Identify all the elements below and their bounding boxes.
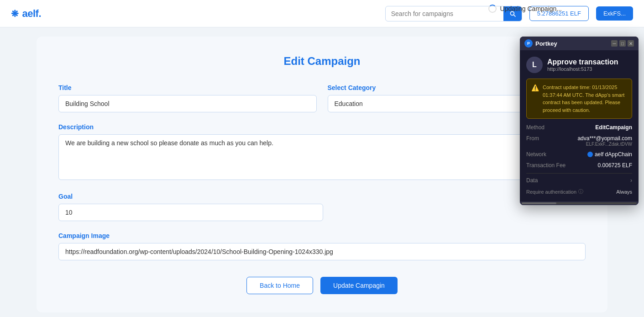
portkey-header-row: L Approve transaction http://localhost:5… <box>526 57 632 73</box>
description-label: Description <box>58 123 586 131</box>
logo: ❋ aelf. <box>11 8 41 20</box>
portkey-popup: P Portkey ─ □ ✕ L Approve transaction ht… <box>520 37 639 205</box>
form-actions: Back to Home Update Campagin <box>58 277 586 294</box>
portkey-fee-row: Transaction Fee 0.006725 ELF <box>526 162 632 169</box>
image-field-group: Campaign Image <box>58 232 586 260</box>
header: ❋ aelf. 5.27886251 ELF ExkFS... Updating… <box>0 0 644 27</box>
portkey-scrollbar-thumb <box>522 202 556 204</box>
title-field-group: Title <box>58 84 317 112</box>
portkey-scrollbar-area <box>520 201 639 205</box>
portkey-close-button[interactable]: ✕ <box>628 40 634 47</box>
portkey-auth-info-icon: ⓘ <box>578 188 583 195</box>
portkey-network-text: aelf dAppChain <box>595 151 632 158</box>
portkey-restore-button[interactable]: □ <box>619 40 626 47</box>
portkey-minimize-button[interactable]: ─ <box>611 40 618 47</box>
portkey-body: L Approve transaction http://localhost:5… <box>520 50 639 201</box>
title-label: Title <box>58 84 317 91</box>
description-textarea[interactable]: We are building a new school so please d… <box>58 134 586 180</box>
goal-field-group: Goal <box>58 193 586 221</box>
back-to-home-button[interactable]: Back to Home <box>246 277 313 294</box>
portkey-network-label: Network <box>526 151 546 158</box>
goal-input[interactable] <box>58 204 323 221</box>
portkey-approve-url: http://localhost:5173 <box>547 66 618 72</box>
portkey-data-row[interactable]: Data › <box>526 177 632 184</box>
updating-status: Updating Campaign... <box>488 5 562 13</box>
portkey-from-label: From <box>526 135 539 142</box>
portkey-data-chevron-icon: › <box>630 177 632 184</box>
portkey-fee-label: Transaction Fee <box>526 162 565 169</box>
page-title: Edit Campaign <box>58 55 586 68</box>
update-campaign-button[interactable]: Update Campagin <box>320 277 398 294</box>
logo-text: aelf. <box>22 8 42 20</box>
portkey-fee-value: 0.006725 ELF <box>598 162 632 169</box>
portkey-auth-value: Always <box>616 189 632 195</box>
image-input[interactable] <box>58 243 586 260</box>
portkey-method-value: EditCampaign <box>595 124 632 131</box>
portkey-title-text: Portkey <box>535 40 608 47</box>
loading-spinner <box>488 5 497 13</box>
portkey-from-wallet: ELF.ExkF...Zdak.tDVW <box>577 142 632 147</box>
title-input[interactable] <box>58 95 317 112</box>
portkey-divider <box>526 173 632 174</box>
portkey-approve-info: Approve transaction http://localhost:517… <box>547 58 618 72</box>
search-input[interactable] <box>386 6 503 21</box>
portkey-method-label: Method <box>526 124 545 131</box>
goal-label: Goal <box>58 193 586 200</box>
updating-text: Updating Campaign... <box>500 5 562 12</box>
wallet-button[interactable]: ExkFS... <box>596 6 633 21</box>
portkey-warning: ⚠️ Contract update time: 01/13/2025 01:3… <box>526 79 632 119</box>
warning-icon: ⚠️ <box>531 84 539 114</box>
portkey-from-row: From adva***@yopmail.com ELF.ExkF...Zdak… <box>526 135 632 147</box>
portkey-network-row: Network aelf dAppChain <box>526 151 632 158</box>
portkey-approve-title: Approve transaction <box>547 58 618 66</box>
portkey-titlebar: P Portkey ─ □ ✕ <box>520 37 639 50</box>
description-field-group: Description We are building a new school… <box>58 123 586 182</box>
portkey-window-buttons: ─ □ ✕ <box>611 40 634 47</box>
portkey-from-email: adva***@yopmail.com <box>577 135 632 142</box>
title-category-row: Title Select Category Education <box>58 84 586 112</box>
portkey-horizontal-scrollbar[interactable] <box>522 202 637 204</box>
portkey-method-row: Method EditCampaign <box>526 124 632 131</box>
portkey-avatar: L <box>526 57 543 73</box>
image-label: Campaign Image <box>58 232 586 239</box>
portkey-from-value: adva***@yopmail.com ELF.ExkF...Zdak.tDVW <box>577 135 632 147</box>
warning-text: Contract update time: 01/13/2025 01:37:4… <box>543 84 627 114</box>
portkey-auth-row: Require authentication ⓘ Always <box>526 188 632 195</box>
network-dot-icon <box>587 152 593 157</box>
aelf-logo-icon: ❋ <box>11 8 19 19</box>
portkey-logo: P <box>524 39 533 48</box>
portkey-data-label: Data <box>526 177 538 184</box>
portkey-network-value: aelf dAppChain <box>587 151 632 158</box>
portkey-auth-label: Require authentication ⓘ <box>526 188 583 195</box>
